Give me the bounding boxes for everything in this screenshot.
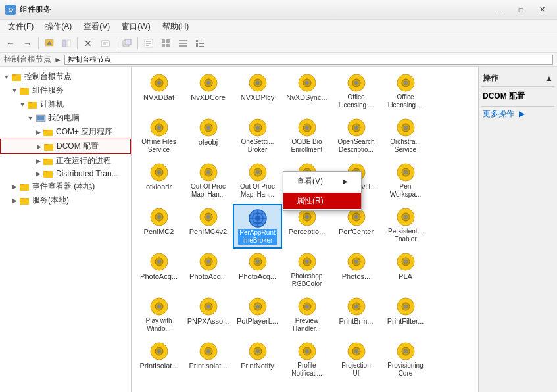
list-item[interactable]: NvXDCore [183,70,233,114]
svg-point-75 [404,126,408,130]
list-item[interactable]: Persistent...Enabler [381,204,430,249]
list-item[interactable]: PLA [381,249,430,293]
export-button[interactable] [141,36,157,51]
list-item[interactable]: PenIMC2 [134,204,183,249]
back-button[interactable]: ← [3,36,18,51]
list-item[interactable]: PhotoshopRGBColor [282,249,331,293]
folder-icon-dcom [44,142,55,151]
list-item[interactable]: PrintIsolat... [183,338,233,383]
menu-view[interactable]: 查看(V) [78,20,115,34]
context-menu-view[interactable]: 查看(V) ▶ [283,173,361,189]
component-icon [149,341,170,362]
list-item[interactable]: PNPXAsso... [183,293,233,338]
list-item[interactable]: NVXDBat [134,70,183,114]
svg-point-110 [354,215,358,219]
view-large-icon[interactable] [158,36,174,51]
tree-item-root[interactable]: ▼ 控制台根节点 [0,70,131,84]
forward-button[interactable]: → [20,36,36,51]
list-item[interactable]: PenWorkspa... [381,159,430,204]
list-item[interactable]: Orchstra...Service [381,114,430,159]
list-item[interactable]: NvXDSync... [282,70,331,114]
toolbar: ← → ✕ [0,34,557,53]
menu-file[interactable]: 文件(F) [3,20,39,34]
list-item[interactable]: Offline FilesService [134,114,183,159]
svg-point-107 [305,215,309,219]
list-item[interactable]: ProfileNotificati... [282,338,331,383]
list-item[interactable]: PhotoAcq... [183,249,233,293]
icon-label: PotPlayerL... [237,317,278,326]
list-item-projection[interactable]: ProjectionUI [331,338,381,383]
close-button[interactable]: ✕ [532,3,552,16]
tree-item-dcom-config[interactable]: ▶ DCOM 配置 [0,139,131,154]
icon-label: NvXDSync... [286,93,327,102]
tree-arrow-running: ▶ [34,157,42,165]
app-icon: ⚙ [5,5,16,15]
list-item[interactable]: otkloadr [134,159,183,204]
icon-label: OneSettti...Broker [241,138,274,154]
list-item[interactable]: Photos... [331,249,381,293]
component-icon [247,341,268,362]
icon-label: PrintBrm... [339,317,374,326]
tree-item-computer[interactable]: ▼ 计算机 [0,97,131,111]
title-bar-left: ⚙ 组件服务 [5,4,51,15]
list-item[interactable]: OOBE BioEnrollment [282,114,331,159]
svg-point-131 [404,260,408,264]
svg-point-69 [305,126,309,130]
svg-rect-16 [166,39,170,43]
svg-rect-33 [39,122,43,122]
tree-label-running: 正在运行的进程 [56,155,111,166]
actions-expand-icon[interactable]: ▲ [545,74,553,83]
list-item[interactable]: oleobj [183,114,233,159]
menu-help[interactable]: 帮助(H) [157,20,195,34]
address-label: 控制台根节点 [4,54,51,65]
list-item[interactable]: OpenSearchDescriptio... [331,114,381,159]
list-item-provisioning[interactable]: ProvisioningCore [381,338,430,383]
tree-item-event-viewer[interactable]: ▶ 事件查看器 (本地) [0,180,131,193]
icon-label-perapp: PerAppRuntimeBroker [238,229,276,245]
delete-button[interactable]: ✕ [80,36,96,51]
tree-item-component-services[interactable]: ▼ 组件服务 [0,84,131,97]
tree-item-my-computer[interactable]: ▼ 我的电脑 [0,111,131,125]
context-menu-properties[interactable]: 属性(R) [283,193,361,209]
list-item[interactable]: PrintNotify [233,338,282,383]
tree-item-running-processes[interactable]: ▶ 正在运行的进程 [0,154,131,168]
more-actions-link[interactable]: 更多操作 ▶ [481,107,554,122]
view-options[interactable] [192,36,208,51]
list-item[interactable]: PhotoAcq... [134,249,183,293]
menu-action[interactable]: 操作(A) [40,20,77,34]
menu-window[interactable]: 窗口(W) [116,20,155,34]
list-item[interactable]: OfficeLicensing ... [381,70,430,114]
list-item[interactable]: PrintFilter... [381,293,430,338]
properties-button[interactable] [97,36,113,51]
maximize-button[interactable]: □ [511,3,531,16]
list-item[interactable]: Play withWindo... [134,293,183,338]
list-item[interactable]: Out Of ProcMapi Han... [183,159,233,204]
list-item[interactable]: PrintIsolat... [134,338,183,383]
icon-label-provisioning: ProvisioningCore [387,362,423,378]
list-item[interactable]: OneSettti...Broker [233,114,282,159]
computer-icon [36,114,46,123]
minimize-button[interactable]: — [490,3,510,16]
tree-item-distributed-trans[interactable]: ▶ Distributed Tran... [0,168,131,180]
new-window-button[interactable] [119,36,135,51]
tree-item-com-plus[interactable]: ▶ COM+ 应用程序 [0,125,131,139]
view-detail[interactable] [175,36,191,51]
icon-label: Play withWindo... [145,317,172,333]
folder-icon-root [12,72,22,82]
list-item[interactable]: NVXDPlcy [233,70,282,114]
component-icon [247,117,268,138]
list-item[interactable]: PenIMC4v2 [183,204,233,249]
list-item[interactable]: Out Of ProcMapi Han... [233,159,282,204]
address-input[interactable] [64,55,553,65]
list-item[interactable]: PrintBrm... [331,293,381,338]
list-item[interactable]: PreviewHandler... [282,293,331,338]
list-item[interactable]: PhotoAcq... [233,249,282,293]
tree-item-services[interactable]: ▶ 服务(本地) [0,193,131,207]
show-hide-tree[interactable] [59,36,74,51]
list-item[interactable]: PotPlayerL... [233,293,282,338]
list-item[interactable]: OfficeLicensing ... [331,70,381,114]
svg-rect-23 [196,43,198,45]
icon-label: NVXDPlcy [241,93,274,102]
list-item-perapp-runtime[interactable]: PerAppRuntimeBroker [233,204,282,249]
up-button[interactable] [41,36,57,51]
